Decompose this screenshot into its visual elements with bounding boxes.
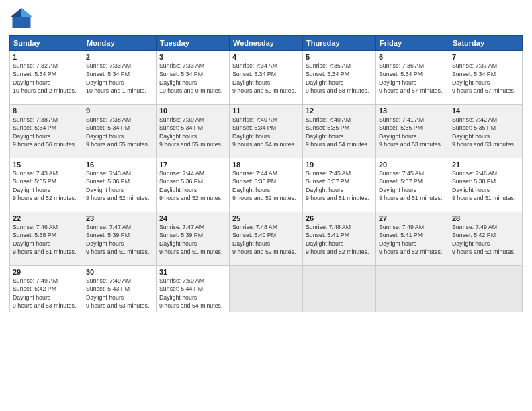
svg-marker-2 xyxy=(11,8,21,17)
day-info: Sunrise: 7:41 AMSunset: 5:35 PMDaylight … xyxy=(379,116,442,148)
day-info: Sunrise: 7:40 AMSunset: 5:34 PMDaylight … xyxy=(232,116,296,148)
day-info: Sunrise: 7:43 AMSunset: 5:36 PMDaylight … xyxy=(86,170,149,201)
day-info: Sunrise: 7:44 AMSunset: 5:36 PMDaylight … xyxy=(232,170,296,201)
calendar-cell xyxy=(449,266,523,312)
day-number: 13 xyxy=(379,107,446,115)
day-info: Sunrise: 7:49 AMSunset: 5:43 PMDaylight … xyxy=(86,277,149,309)
day-info: Sunrise: 7:38 AMSunset: 5:34 PMDaylight … xyxy=(13,116,76,148)
day-number: 26 xyxy=(306,214,373,222)
calendar-cell: 4 Sunrise: 7:34 AMSunset: 5:34 PMDayligh… xyxy=(230,51,303,105)
day-number: 30 xyxy=(86,268,153,276)
week-row-3: 15 Sunrise: 7:43 AMSunset: 5:35 PMDaylig… xyxy=(10,158,523,212)
day-info: Sunrise: 7:49 AMSunset: 5:42 PMDaylight … xyxy=(452,224,515,255)
week-row-5: 29 Sunrise: 7:49 AMSunset: 5:42 PMDaylig… xyxy=(10,266,523,312)
day-number: 28 xyxy=(452,214,519,222)
day-number: 29 xyxy=(13,268,80,276)
day-number: 19 xyxy=(306,161,373,169)
day-number: 11 xyxy=(232,107,300,115)
day-info: Sunrise: 7:49 AMSunset: 5:42 PMDaylight … xyxy=(13,277,76,309)
calendar-cell: 16 Sunrise: 7:43 AMSunset: 5:36 PMDaylig… xyxy=(83,158,157,212)
calendar-cell: 26 Sunrise: 7:48 AMSunset: 5:41 PMDaylig… xyxy=(303,212,376,266)
calendar-cell: 13 Sunrise: 7:41 AMSunset: 5:35 PMDaylig… xyxy=(376,105,449,158)
day-number: 4 xyxy=(232,53,300,61)
calendar-cell: 25 Sunrise: 7:48 AMSunset: 5:40 PMDaylig… xyxy=(230,212,303,266)
calendar-cell: 18 Sunrise: 7:44 AMSunset: 5:36 PMDaylig… xyxy=(230,158,303,212)
day-info: Sunrise: 7:33 AMSunset: 5:34 PMDaylight … xyxy=(86,62,146,94)
logo-icon xyxy=(9,7,34,31)
calendar-cell: 14 Sunrise: 7:42 AMSunset: 5:35 PMDaylig… xyxy=(449,105,523,158)
calendar-cell: 1 Sunrise: 7:32 AMSunset: 5:34 PMDayligh… xyxy=(10,51,83,105)
day-number: 31 xyxy=(159,268,226,276)
weekday-header-monday: Monday xyxy=(83,36,157,51)
day-info: Sunrise: 7:42 AMSunset: 5:35 PMDaylight … xyxy=(452,116,515,148)
calendar-table: SundayMondayTuesdayWednesdayThursdayFrid… xyxy=(9,35,523,312)
day-number: 14 xyxy=(452,107,519,115)
calendar-cell: 27 Sunrise: 7:49 AMSunset: 5:41 PMDaylig… xyxy=(376,212,449,266)
day-info: Sunrise: 7:38 AMSunset: 5:34 PMDaylight … xyxy=(86,116,149,148)
day-number: 21 xyxy=(452,161,519,169)
calendar-cell: 11 Sunrise: 7:40 AMSunset: 5:34 PMDaylig… xyxy=(230,105,303,158)
day-number: 17 xyxy=(159,161,226,169)
weekday-header-thursday: Thursday xyxy=(303,36,376,51)
calendar-cell: 20 Sunrise: 7:45 AMSunset: 5:37 PMDaylig… xyxy=(376,158,449,212)
day-info: Sunrise: 7:35 AMSunset: 5:34 PMDaylight … xyxy=(306,62,369,94)
day-info: Sunrise: 7:48 AMSunset: 5:41 PMDaylight … xyxy=(306,224,369,255)
calendar-cell: 10 Sunrise: 7:39 AMSunset: 5:34 PMDaylig… xyxy=(157,105,230,158)
calendar-cell: 8 Sunrise: 7:38 AMSunset: 5:34 PMDayligh… xyxy=(10,105,83,158)
day-info: Sunrise: 7:44 AMSunset: 5:36 PMDaylight … xyxy=(159,170,222,201)
weekday-header-sunday: Sunday xyxy=(10,36,83,51)
day-number: 8 xyxy=(13,107,80,115)
day-info: Sunrise: 7:40 AMSunset: 5:35 PMDaylight … xyxy=(306,116,369,148)
calendar-cell: 30 Sunrise: 7:49 AMSunset: 5:43 PMDaylig… xyxy=(83,266,157,312)
weekday-header-tuesday: Tuesday xyxy=(157,36,230,51)
day-info: Sunrise: 7:32 AMSunset: 5:34 PMDaylight … xyxy=(13,62,76,94)
week-row-4: 22 Sunrise: 7:46 AMSunset: 5:38 PMDaylig… xyxy=(10,212,523,266)
calendar-cell: 9 Sunrise: 7:38 AMSunset: 5:34 PMDayligh… xyxy=(83,105,157,158)
day-number: 6 xyxy=(379,53,446,61)
day-number: 22 xyxy=(13,214,80,222)
day-info: Sunrise: 7:47 AMSunset: 5:39 PMDaylight … xyxy=(159,224,222,255)
day-number: 24 xyxy=(159,214,226,222)
calendar-cell xyxy=(376,266,449,312)
day-number: 9 xyxy=(86,107,153,115)
day-number: 2 xyxy=(86,53,153,61)
calendar-cell: 7 Sunrise: 7:37 AMSunset: 5:34 PMDayligh… xyxy=(449,51,523,105)
calendar-cell: 22 Sunrise: 7:46 AMSunset: 5:38 PMDaylig… xyxy=(10,212,83,266)
day-info: Sunrise: 7:34 AMSunset: 5:34 PMDaylight … xyxy=(232,62,296,94)
calendar-cell: 15 Sunrise: 7:43 AMSunset: 5:35 PMDaylig… xyxy=(10,158,83,212)
calendar-cell: 24 Sunrise: 7:47 AMSunset: 5:39 PMDaylig… xyxy=(157,212,230,266)
weekday-header-friday: Friday xyxy=(376,36,449,51)
calendar-cell: 23 Sunrise: 7:47 AMSunset: 5:39 PMDaylig… xyxy=(83,212,157,266)
day-info: Sunrise: 7:50 AMSunset: 5:44 PMDaylight … xyxy=(159,277,222,309)
day-info: Sunrise: 7:33 AMSunset: 5:34 PMDaylight … xyxy=(159,62,222,94)
day-number: 25 xyxy=(232,214,300,222)
day-number: 5 xyxy=(306,53,373,61)
weekday-header-wednesday: Wednesday xyxy=(230,36,303,51)
weekday-row: SundayMondayTuesdayWednesdayThursdayFrid… xyxy=(10,36,523,51)
day-info: Sunrise: 7:36 AMSunset: 5:34 PMDaylight … xyxy=(379,62,442,94)
day-number: 10 xyxy=(159,107,226,115)
day-number: 15 xyxy=(13,161,80,169)
week-row-2: 8 Sunrise: 7:38 AMSunset: 5:34 PMDayligh… xyxy=(10,105,523,158)
day-number: 20 xyxy=(379,161,446,169)
calendar-cell: 6 Sunrise: 7:36 AMSunset: 5:34 PMDayligh… xyxy=(376,51,449,105)
weekday-header-saturday: Saturday xyxy=(449,36,523,51)
calendar-cell: 12 Sunrise: 7:40 AMSunset: 5:35 PMDaylig… xyxy=(303,105,376,158)
day-number: 7 xyxy=(452,53,519,61)
calendar-cell: 31 Sunrise: 7:50 AMSunset: 5:44 PMDaylig… xyxy=(157,266,230,312)
calendar-cell: 29 Sunrise: 7:49 AMSunset: 5:42 PMDaylig… xyxy=(10,266,83,312)
day-number: 18 xyxy=(232,161,300,169)
day-number: 1 xyxy=(13,53,80,61)
calendar-body: 1 Sunrise: 7:32 AMSunset: 5:34 PMDayligh… xyxy=(10,51,523,312)
logo xyxy=(9,7,36,31)
day-info: Sunrise: 7:49 AMSunset: 5:41 PMDaylight … xyxy=(379,224,442,255)
calendar-header: SundayMondayTuesdayWednesdayThursdayFrid… xyxy=(10,36,523,51)
day-info: Sunrise: 7:37 AMSunset: 5:34 PMDaylight … xyxy=(452,62,515,94)
day-number: 12 xyxy=(306,107,373,115)
day-number: 27 xyxy=(379,214,446,222)
day-info: Sunrise: 7:39 AMSunset: 5:34 PMDaylight … xyxy=(159,116,222,148)
calendar-cell: 19 Sunrise: 7:45 AMSunset: 5:37 PMDaylig… xyxy=(303,158,376,212)
calendar-cell: 3 Sunrise: 7:33 AMSunset: 5:34 PMDayligh… xyxy=(157,51,230,105)
calendar-cell: 2 Sunrise: 7:33 AMSunset: 5:34 PMDayligh… xyxy=(83,51,157,105)
calendar-cell: 17 Sunrise: 7:44 AMSunset: 5:36 PMDaylig… xyxy=(157,158,230,212)
